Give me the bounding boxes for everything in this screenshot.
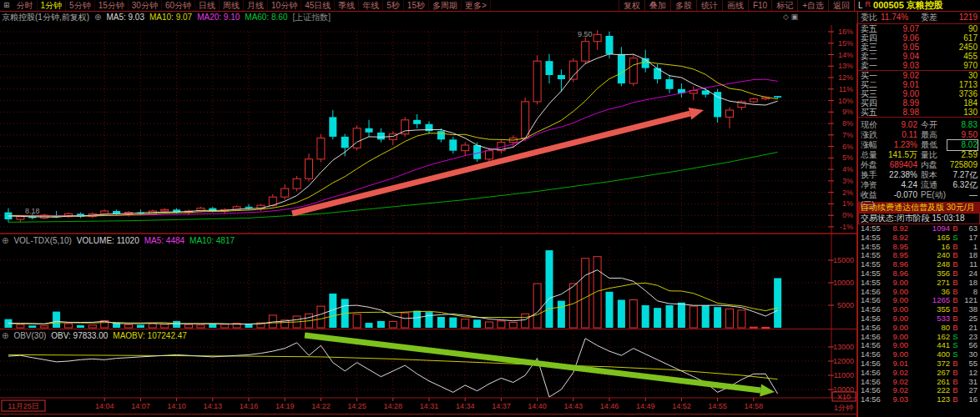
- ask-row[interactable]: 卖一9.03970: [858, 61, 980, 70]
- svg-text:14:10: 14:10: [167, 402, 186, 410]
- stat-value: 22.38%: [884, 170, 917, 180]
- ask-row[interactable]: 卖三9.052450: [858, 43, 980, 52]
- bid-row[interactable]: 买一9.0230: [858, 71, 980, 80]
- tick-count: 16: [961, 395, 977, 404]
- toolbar-button-多股[interactable]: 多股: [670, 0, 696, 11]
- ad-banner[interactable]: 自动续费通达信普及版 30元/月: [858, 202, 980, 213]
- ask-row[interactable]: 卖五9.0790: [858, 24, 980, 33]
- bid-row[interactable]: 买四8.99184: [858, 98, 980, 108]
- transaction-list: 14:558.921094B6314:558.92165S1714:558.95…: [858, 224, 980, 404]
- period-tab-15秒[interactable]: 15秒: [404, 0, 429, 11]
- chart-canvas[interactable]: 9.508.1816%15%14%13%12%11%10%9%8%7%6%5%4…: [0, 23, 857, 417]
- svg-text:1分钟: 1分钟: [834, 404, 853, 412]
- period-tab-60分钟[interactable]: 60分钟: [162, 0, 195, 11]
- svg-text:-1%: -1%: [840, 223, 853, 231]
- ask-row[interactable]: 卖四9.06617: [858, 33, 980, 43]
- toolbar-button-画线[interactable]: 画线: [722, 0, 748, 11]
- obv-settings-icon[interactable]: ⊕: [2, 331, 8, 340]
- tick-direction: B: [950, 369, 961, 378]
- period-tab-10分钟[interactable]: 10分钟: [268, 0, 301, 11]
- bid-row[interactable]: 买五8.98130: [858, 108, 980, 117]
- svg-text:14:46: 14:46: [600, 402, 619, 410]
- stat-label: 今开: [921, 120, 947, 130]
- window-icon[interactable]: ⊞: [0, 0, 13, 11]
- vol-settings-icon[interactable]: ⊕: [2, 236, 8, 245]
- svg-text:X10: X10: [837, 393, 851, 401]
- toolbar-button-+自选[interactable]: +自选: [797, 0, 828, 11]
- period-tab-5秒[interactable]: 5秒: [383, 0, 404, 11]
- ask-queue: 卖五9.0790卖四9.06617卖三9.052450卖二9.04455卖一9.…: [858, 24, 980, 70]
- svg-text:14:58: 14:58: [745, 402, 764, 410]
- indicator-settings-icon[interactable]: ⊕: [94, 13, 101, 22]
- bid-row[interactable]: 买二9.011713: [858, 80, 980, 89]
- period-tab-1分钟[interactable]: 1分钟: [38, 0, 67, 11]
- trend-arrow-down[interactable]: [305, 335, 775, 396]
- toolbar-button-标记[interactable]: 标记: [771, 0, 797, 11]
- stock-name: 京粮控股: [907, 0, 943, 11]
- chart-corner-icons[interactable]: ◇ ▣: [783, 13, 798, 21]
- ask-volume: 455: [919, 52, 977, 61]
- tick-volume: 80: [908, 324, 950, 333]
- stat-row: 涨跌0.11最高9.50: [858, 130, 980, 140]
- stat-label: 现价: [861, 120, 884, 130]
- volume-bars: [5, 250, 782, 328]
- period-tab-分时[interactable]: 分时: [13, 0, 38, 11]
- level-r-button[interactable]: R: [866, 0, 871, 10]
- bid-row[interactable]: 买三9.003736: [858, 89, 980, 98]
- toolbar-button-返回[interactable]: 返回: [828, 0, 854, 11]
- stock-code: 000505: [873, 0, 904, 11]
- ask-volume: 617: [919, 33, 977, 43]
- stat-label: PE(动): [921, 190, 947, 200]
- period-tab-15分钟[interactable]: 15分钟: [95, 0, 129, 11]
- stat-label: 最高: [921, 130, 947, 140]
- svg-text:14:43: 14:43: [564, 402, 583, 410]
- tick-row: 14:569.03123B16: [858, 395, 980, 404]
- stat-label: 净资: [861, 180, 884, 190]
- period-tab-多周期[interactable]: 多周期: [429, 0, 462, 11]
- stat-label: 最低: [921, 140, 947, 150]
- svg-text:14%: 14%: [838, 51, 853, 59]
- tick-volume: 271: [908, 279, 950, 288]
- obv-indicator-name: OBV(30): [13, 331, 46, 340]
- bid-volume: 30: [919, 71, 977, 80]
- period-tab-30分钟[interactable]: 30分钟: [129, 0, 162, 11]
- stat-value: -0.070: [884, 190, 917, 200]
- tick-row: 14:569.0080B21: [858, 324, 980, 333]
- period-tab-更多>[interactable]: 更多>: [462, 0, 491, 11]
- toolbar-button-F10[interactable]: F10: [748, 0, 771, 11]
- svg-text:14:13: 14:13: [204, 402, 223, 410]
- bid-volume: 1713: [919, 80, 977, 89]
- ask-price: 9.06: [882, 33, 919, 43]
- vol-indicator-name: VOL-TDX(5,10): [13, 236, 71, 245]
- ask-price: 9.07: [882, 24, 919, 33]
- stat-value: 725809: [947, 160, 977, 170]
- svg-text:14:52: 14:52: [672, 402, 691, 410]
- weibi-row: 委比 11.74% 委差 1219: [858, 12, 980, 24]
- period-tab-5分钟[interactable]: 5分钟: [66, 0, 95, 11]
- overlay-index-label[interactable]: [上证指数]: [292, 13, 331, 22]
- stat-label: 流通: [921, 180, 947, 190]
- period-tab-日线[interactable]: 日线: [195, 0, 220, 11]
- toolbar-button-复权[interactable]: 复权: [619, 0, 644, 11]
- stat-value: 8.02: [947, 140, 977, 150]
- level-l-button[interactable]: L: [858, 0, 863, 11]
- stat-value: 9.50: [947, 130, 977, 140]
- bid-price: 9.02: [882, 71, 919, 80]
- svg-text:15000: 15000: [833, 256, 854, 264]
- svg-text:11000: 11000: [834, 371, 854, 379]
- svg-text:10000: 10000: [833, 279, 854, 287]
- period-tab-45日线[interactable]: 45日线: [301, 0, 335, 11]
- tick-price: 8.92: [883, 234, 908, 243]
- stat-row: 现价9.02今开8.83: [858, 120, 980, 130]
- toolbar-button-叠加[interactable]: 叠加: [644, 0, 670, 11]
- ask-row[interactable]: 卖二9.04455: [858, 52, 980, 61]
- ask-label: 卖一: [861, 61, 882, 70]
- tick-volume: 267: [908, 369, 950, 378]
- period-tab-年线[interactable]: 年线: [359, 0, 383, 11]
- period-tab-周线[interactable]: 周线: [220, 0, 244, 11]
- period-tab-月线[interactable]: 月线: [244, 0, 268, 11]
- toolbar-button-统计[interactable]: 统计: [696, 0, 722, 11]
- tick-time: 14:56: [861, 395, 883, 404]
- period-tab-季线[interactable]: 季线: [335, 0, 359, 11]
- tick-price: 9.00: [883, 279, 908, 288]
